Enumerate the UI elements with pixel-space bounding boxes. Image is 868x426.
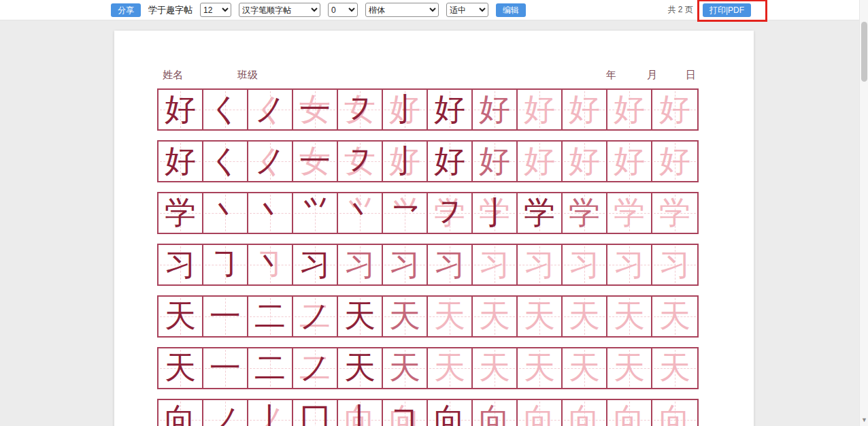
cell-stroke: 丶 [203, 193, 247, 233]
cell-stroke: ノ [293, 297, 337, 336]
practice-grid: 好くくノ女一女㇇好亅好好好好好好好くくノ女一女㇇好亅好好好好好好学丶丶丶⺍⺍丶⺍… [157, 88, 699, 426]
practice-row: 习㇆㇆丶习习习习习习习习习 [157, 244, 699, 286]
cell-stroke: ⺍ [293, 193, 337, 233]
grid-cell: 天 [607, 297, 652, 336]
share-button[interactable]: 分享 [111, 3, 141, 17]
grid-cell: 二 [248, 348, 293, 388]
grid-cell: 天 [518, 348, 563, 388]
cell-character: 向 [428, 400, 471, 426]
cell-stroke: 丨 [248, 400, 292, 426]
cell-character: 习 [428, 245, 471, 284]
day-label: 日 [686, 69, 696, 82]
practice-row: 学丶丶丶⺍⺍丶⺍㇖学㇇学亅学学学学 [157, 192, 699, 234]
cell-character: 好 [518, 142, 561, 181]
cell-character: 习 [158, 245, 202, 284]
cell-character: 天 [607, 348, 651, 388]
grid-cell: 天 [428, 297, 473, 336]
cell-character: 向 [518, 400, 561, 426]
grid-cell: く [203, 142, 248, 181]
cell-character: 好 [473, 90, 516, 129]
print-pdf-button[interactable]: 打印|PDF [703, 3, 751, 17]
grid-cell: 好 [652, 142, 697, 181]
cell-character: 好 [428, 90, 471, 129]
grid-cell: 学亅 [473, 193, 518, 233]
grid-cell: く [203, 90, 248, 129]
cell-character: 向 [607, 400, 651, 426]
cell-stroke: 丶 [248, 245, 292, 284]
cell-character: 习 [563, 245, 606, 284]
grid-cell: ⺍丶 [338, 193, 383, 233]
grid-cell: 向 [652, 400, 697, 426]
cell-stroke: 丨 [338, 400, 382, 426]
cell-stroke: ㇇ [338, 142, 382, 181]
practice-row: 好くくノ女一女㇇好亅好好好好好好 [157, 88, 699, 131]
grid-cell: ノ [203, 400, 248, 426]
cell-character: 习 [473, 245, 516, 284]
grid-cell: 好 [158, 142, 203, 181]
cell-stroke: ノ [248, 90, 292, 129]
grid-cell: 丶 [203, 193, 248, 233]
cell-stroke: 亅 [383, 142, 427, 181]
grid-cell: 天 [158, 348, 203, 388]
grid-cell: 天 [428, 348, 473, 388]
grid-cell: 好亅 [383, 142, 428, 181]
scrollbar[interactable]: ▼ [859, 0, 868, 426]
practice-row: 天一二二ノ天天天天天天天天 [157, 347, 699, 389]
cell-stroke: 二 [248, 297, 292, 336]
grid-cell: 习 [652, 245, 697, 284]
cell-character: 天 [338, 348, 382, 388]
grid-cell: 天 [563, 348, 607, 388]
density-select[interactable]: 适中 [446, 3, 488, 17]
offset-select[interactable]: 0 [328, 3, 358, 17]
grid-cell: 一 [203, 297, 248, 336]
grid-cell: 天 [383, 348, 428, 388]
cell-character: 好 [563, 142, 606, 181]
cell-character: 天 [652, 297, 697, 336]
font-size-select[interactable]: 12 [200, 3, 231, 17]
grid-cell: 好 [607, 142, 652, 181]
template-select[interactable]: 汉字笔顺字帖 [239, 3, 320, 17]
scroll-down-icon[interactable]: ▼ [860, 415, 868, 425]
cell-stroke: ノ [203, 400, 247, 426]
grid-cell: 天 [563, 297, 607, 336]
print-button-wrap: 打印|PDF [703, 3, 751, 17]
grid-cell: 好 [428, 90, 473, 129]
grid-cell: ㇆ [203, 245, 248, 284]
grid-cell: 女㇇ [338, 90, 383, 129]
cell-character: 好 [158, 90, 202, 129]
sheet-header: 姓名 班级 年 月 日 [157, 69, 696, 82]
grid-cell: 习 [518, 245, 563, 284]
cell-character: 天 [428, 348, 471, 388]
grid-cell: 向 [473, 400, 518, 426]
cell-character: 天 [473, 348, 516, 388]
app-title: 学于趣字帖 [148, 4, 193, 16]
grid-cell: 天 [338, 348, 383, 388]
cell-character: 好 [473, 142, 516, 181]
cell-character: 习 [293, 245, 337, 284]
cell-character: 习 [607, 245, 651, 284]
grid-cell: くノ [248, 90, 293, 129]
edit-button[interactable]: 编辑 [496, 3, 526, 17]
cell-character: 天 [428, 297, 471, 336]
cell-character: 天 [607, 297, 651, 336]
app-viewport: 分享 学于趣字帖 12 汉字笔顺字帖 0 楷体 适中 编辑 共 2 页 打印|P… [0, 0, 868, 426]
grid-cell: 习 [383, 245, 428, 284]
cell-character: 好 [607, 90, 651, 129]
font-select[interactable]: 楷体 [365, 3, 439, 17]
grid-cell: 学 [563, 193, 607, 233]
cell-character: 好 [158, 142, 202, 181]
cell-character: 好 [428, 142, 471, 181]
cell-character: 天 [158, 297, 202, 336]
grid-cell: 习 [563, 245, 607, 284]
cell-character: 向 [473, 400, 516, 426]
grid-cell: 丶丶 [248, 193, 293, 233]
cell-character: 好 [607, 142, 651, 181]
grid-cell: 学 [607, 193, 652, 233]
cell-stroke: 一 [293, 142, 337, 181]
cell-stroke: ㇕ [383, 400, 427, 426]
grid-cell: 天 [338, 297, 383, 336]
cell-stroke: 亅 [383, 90, 427, 129]
cell-stroke: 丶 [248, 193, 292, 233]
grid-cell: 二ノ [293, 297, 338, 336]
scrollbar-thumb[interactable] [861, 22, 867, 82]
